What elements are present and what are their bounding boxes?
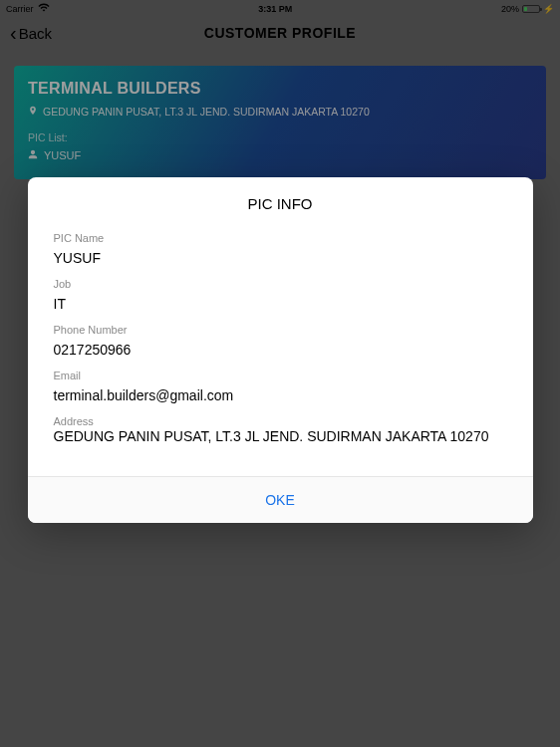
modal-footer: OKE [28,476,533,523]
pic-info-modal: PIC INFO PIC Name YUSUF Job IT Phone Num… [28,177,533,523]
phone-label: Phone Number [54,324,507,336]
modal-title: PIC INFO [28,177,533,226]
address-label: Address [54,415,507,427]
email-value: terminal.builders@gmail.com [54,387,507,403]
field-job: Job IT [54,278,507,312]
email-label: Email [54,370,507,381]
modal-overlay[interactable]: PIC INFO PIC Name YUSUF Job IT Phone Num… [0,0,560,747]
pic-name-value: YUSUF [54,250,507,266]
field-pic-name: PIC Name YUSUF [54,232,507,266]
job-value: IT [54,296,507,312]
field-phone: Phone Number 0217250966 [54,324,507,358]
modal-body: PIC Name YUSUF Job IT Phone Number 02172… [28,226,533,476]
pic-name-label: PIC Name [54,232,507,244]
field-address: Address GEDUNG PANIN PUSAT, LT.3 JL JEND… [54,415,507,444]
ok-button[interactable]: OKE [265,492,295,508]
phone-value: 0217250966 [54,342,507,358]
job-label: Job [54,278,507,290]
field-email: Email terminal.builders@gmail.com [54,370,507,403]
address-value: GEDUNG PANIN PUSAT, LT.3 JL JEND. SUDIRM… [54,428,507,444]
